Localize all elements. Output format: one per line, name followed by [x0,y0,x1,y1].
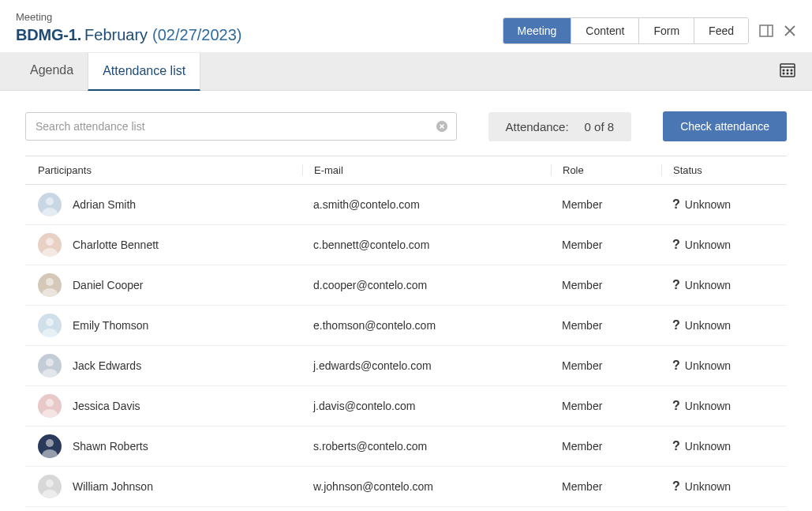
meeting-date: (02/27/2023) [152,26,241,44]
page-header: Meeting BDMG-1. February (02/27/2023) Me… [0,0,812,52]
tab-content[interactable]: Content [571,18,639,43]
attendance-summary: Attendance: 0 of 8 [488,112,632,141]
page-title: BDMG-1. February (02/27/2023) [16,26,242,44]
panel-icon[interactable] [758,23,774,39]
cell-email: j.edwards@contelo.com [302,359,551,372]
cell-role: Member [551,400,661,412]
check-attendance-button[interactable]: Check attendance [663,111,787,141]
table-row[interactable]: Adrian Smitha.smith@contelo.comMember?Un… [25,185,787,225]
table-row[interactable]: William Johnsonw.johnson@contelo.comMemb… [25,467,787,507]
search-input[interactable] [26,113,428,140]
tab-feed[interactable]: Feed [694,18,748,43]
search-wrap [25,112,457,141]
participant-name: William Johnson [73,480,153,493]
header-participants[interactable]: Participants [38,164,302,176]
participant-name: Adrian Smith [73,198,136,211]
status-text: Unknown [685,400,731,412]
status-text: Unknown [685,198,731,211]
avatar [38,434,62,458]
svg-point-25 [46,399,54,407]
cell-status: ?Unknown [661,439,774,453]
sub-tab-agenda[interactable]: Agenda [16,52,88,90]
participant-name: Jessica Davis [73,400,140,412]
table-row[interactable]: Daniel Cooperd.cooper@contelo.comMember?… [25,265,787,306]
cell-email: s.roberts@contelo.com [302,440,551,453]
participant-name: Jack Edwards [73,359,141,372]
cell-role: Member [551,279,661,291]
table-row[interactable]: Charlotte Bennettc.bennett@contelo.comMe… [25,225,787,265]
tab-meeting[interactable]: Meeting [503,18,572,43]
view-tabs: Meeting Content Form Feed [503,17,749,44]
sub-tabs: Agenda Attendance list [0,52,812,91]
svg-point-27 [46,439,54,447]
participant-name: Shawn Roberts [73,440,148,453]
table-row[interactable]: Jessica Davisj.davis@contelo.comMember?U… [25,386,787,426]
svg-point-10 [787,73,788,74]
question-icon: ? [672,238,680,252]
cell-status: ?Unknown [661,238,774,252]
avatar [38,233,62,257]
avatar [38,354,62,378]
svg-point-9 [783,73,784,74]
svg-point-15 [46,197,54,205]
svg-rect-0 [760,25,773,36]
header-role[interactable]: Role [551,164,661,176]
table-row[interactable]: Jack Edwardsj.edwards@contelo.comMember?… [25,346,787,386]
cell-status: ?Unknown [661,278,774,292]
clear-search-icon[interactable] [428,120,456,133]
cell-role: Member [551,239,661,251]
cell-role: Member [551,359,661,372]
question-icon: ? [672,359,680,373]
svg-point-29 [46,479,54,487]
svg-point-7 [787,70,788,71]
cell-participant: Emily Thomson [38,314,302,337]
sub-tab-attendance[interactable]: Attendance list [88,53,200,91]
cell-email: w.johnson@contelo.com [302,480,551,493]
meeting-id: BDMG-1. [16,26,81,44]
status-text: Unknown [685,359,731,372]
status-text: Unknown [685,480,731,493]
svg-point-6 [783,70,784,71]
tab-form[interactable]: Form [639,18,694,43]
cell-email: c.bennett@contelo.com [302,239,551,251]
participant-name: Charlotte Bennett [73,239,159,251]
header-status[interactable]: Status [661,164,774,176]
close-icon[interactable] [784,24,796,37]
svg-point-16 [42,208,58,216]
svg-point-20 [42,288,58,297]
avatar [38,273,62,297]
cell-role: Member [551,319,661,332]
avatar [38,394,62,418]
attendance-value: 0 of 8 [585,120,615,133]
cell-participant: Shawn Roberts [38,434,302,458]
cell-participant: Adrian Smith [38,193,302,216]
cell-participant: William Johnson [38,475,302,498]
status-text: Unknown [685,279,731,291]
header-email[interactable]: E-mail [302,164,551,176]
attendance-table: Participants E-mail Role Status Adrian S… [25,156,787,507]
cell-email: e.thomson@contelo.com [302,319,551,332]
svg-point-19 [46,278,54,286]
cell-status: ?Unknown [661,318,774,333]
question-icon: ? [672,399,680,413]
calendar-icon[interactable] [779,61,796,81]
cell-email: d.cooper@contelo.com [302,279,551,291]
cell-role: Member [551,198,661,211]
question-icon: ? [672,479,680,494]
svg-point-11 [791,73,792,74]
toolbar: Attendance: 0 of 8 Check attendance [0,91,812,156]
table-row[interactable]: Shawn Robertss.roberts@contelo.comMember… [25,426,787,467]
table-row[interactable]: Emily Thomsone.thomson@contelo.comMember… [25,306,787,346]
header-right: Meeting Content Form Feed [503,17,796,44]
cell-participant: Daniel Cooper [38,273,302,297]
question-icon: ? [672,318,680,333]
table-body: Adrian Smitha.smith@contelo.comMember?Un… [25,185,787,507]
svg-point-23 [46,359,54,366]
svg-point-17 [46,238,54,246]
status-text: Unknown [685,239,731,251]
question-icon: ? [672,197,680,212]
svg-point-26 [42,409,58,418]
participant-name: Daniel Cooper [73,279,144,291]
table-header: Participants E-mail Role Status [25,156,787,185]
header-left: Meeting BDMG-1. February (02/27/2023) [16,11,242,44]
